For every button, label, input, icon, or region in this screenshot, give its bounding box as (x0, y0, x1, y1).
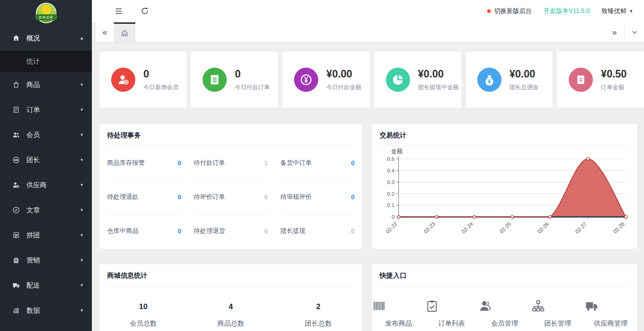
svg-text:0.1: 0.1 (387, 202, 394, 208)
supplier-icon (12, 181, 20, 189)
tabs-menu-icon[interactable] (624, 22, 644, 42)
sidebar-item-goods[interactable]: 商品▼ (0, 72, 92, 97)
pending-item-value[interactable]: 0 (264, 228, 268, 235)
chevron-down-icon: ▼ (80, 107, 84, 112)
status-dot-icon (487, 9, 491, 13)
quick-entry-会员管理[interactable]: 会员管理 (478, 299, 531, 328)
stat-card-text: 0今日付款订单 (235, 68, 270, 91)
sidebar-item-label: 数据 (26, 306, 80, 315)
stat-card-label: 团长总佣金 (510, 83, 539, 91)
gift-icon (12, 256, 20, 264)
trade-stats-title: 交易统计 (372, 124, 637, 146)
clipboard-check-icon (425, 299, 439, 313)
svg-text:0.4: 0.4 (387, 168, 395, 174)
quick-entry-团长管理[interactable]: 团长管理 (531, 299, 584, 328)
sidebar-item-overview[interactable]: 概况▲ (0, 26, 92, 51)
sidebar: 致臻优鲜 概况▲统计商品▼订单▼会员▼团长▼供应商▼文章▼拼拼团▼营销▼配送▼数… (0, 0, 92, 331)
chevron-down-icon: ▼ (80, 183, 84, 187)
truck-icon (584, 299, 637, 313)
sidebar-item-groupon[interactable]: 拼拼团▼ (0, 223, 92, 248)
switch-new-admin-link[interactable]: 切换新版后台 (487, 7, 532, 15)
quick-entry-订单列表[interactable]: 订单列表 (425, 299, 478, 328)
pending-item: 待处理退款0 (107, 180, 181, 214)
stat-card-label: 订单金额 (601, 83, 627, 91)
svg-text:02-28: 02-28 (612, 221, 626, 235)
stat-card-value: ¥0.00 (326, 68, 361, 80)
sidebar-item-label: 营销 (26, 256, 80, 265)
pending-item-label: 待付款订单 (194, 159, 225, 167)
stat-card-text: ¥0.00今日付款金额 (326, 68, 361, 91)
version-link[interactable]: 开发版本V11.5.0 (544, 7, 590, 15)
chevron-down-icon: ▼ (80, 233, 84, 237)
pending-item-value[interactable]: 1 (264, 159, 268, 167)
sidebar-item-marketing[interactable]: 营销▼ (0, 248, 92, 273)
order-doc-icon2 (12, 106, 20, 114)
sidebar-item-label: 概况 (26, 34, 80, 43)
chevron-down-icon: ▼ (80, 208, 84, 212)
user-dropdown[interactable]: 致臻优鲜 ▼ (601, 7, 633, 15)
topbar-right: 切换新版后台 开发版本V11.5.0 致臻优鲜 ▼ (487, 7, 633, 15)
sidebar-item-suppliers[interactable]: 供应商▼ (0, 172, 92, 198)
tab-spacer (135, 22, 605, 42)
pending-item-value[interactable]: 0 (178, 228, 182, 235)
pending-item-value[interactable]: 0 (264, 193, 268, 201)
pie-chart-icon (391, 73, 405, 86)
svg-text:02-27: 02-27 (574, 221, 588, 235)
tab-home[interactable] (114, 22, 135, 42)
sidebar-subitem-stats[interactable]: 统计 (0, 51, 92, 72)
mall-stat-value: 4 (187, 302, 274, 311)
truck-icon (12, 281, 20, 289)
quick-entry-panel: 快捷入口 发布商品订单列表会员管理团长管理供应商管理 (372, 264, 637, 331)
pending-item-value[interactable]: 0 (178, 159, 182, 167)
tabs-scroll-left-icon[interactable]: « (96, 22, 114, 42)
order-doc-icon (208, 73, 221, 86)
sidebar-item-members[interactable]: 会员▼ (0, 122, 92, 147)
app-logo: 致臻优鲜 (0, 0, 92, 26)
pending-item-value[interactable]: 0 (178, 193, 182, 201)
sidebar-item-more[interactable] (0, 323, 92, 331)
quick-entry-title: 快捷入口 (372, 264, 637, 286)
trade-stats-panel: 交易统计 00.10.20.30.40.5金额02-2202-2302-2402… (372, 124, 637, 249)
sidebar-item-label: 配送 (26, 281, 80, 290)
sidebar-item-orders[interactable]: 订单▼ (0, 97, 92, 122)
refresh-icon[interactable] (140, 7, 149, 16)
pending-item: 商品库存报警0 (107, 146, 181, 180)
sidebar-item-data[interactable]: 数据▼ (0, 298, 92, 323)
yen-circle-icon (294, 68, 318, 92)
sidebar-item-label: 拼团 (26, 231, 80, 240)
yen-circle-icon (299, 73, 313, 86)
tabs-scroll-right-icon[interactable]: » (605, 22, 624, 42)
mall-stat-label: 团长总数 (275, 319, 362, 328)
menu-fold-icon[interactable] (114, 7, 123, 16)
quick-entry-label: 供应商管理 (584, 319, 637, 328)
pending-item-value[interactable]: 0 (351, 228, 354, 235)
stat-card: ¥0.00团长提现中金额 (374, 52, 461, 107)
member-add-icon (117, 73, 130, 86)
mall-stat: 10会员总数 (99, 302, 187, 328)
supplier-icon (12, 181, 20, 189)
sidebar-item-leaders[interactable]: 团长▼ (0, 147, 92, 172)
home-icon (12, 34, 20, 42)
order-amount-icon (569, 68, 593, 92)
stat-card-value: ¥0.00 (510, 68, 539, 80)
stat-card: 0今日付款订单 (191, 52, 278, 107)
quick-entry-供应商管理[interactable]: 供应商管理 (584, 299, 637, 328)
sidebar-item-label: 订单 (26, 106, 80, 114)
bar-chart-icon (12, 306, 20, 314)
sidebar-item-articles[interactable]: 文章▼ (0, 198, 92, 223)
mall-stats-panel: 商城信息统计 10会员总数4商品总数2团长总数 (99, 264, 362, 331)
stat-card-value: 0 (235, 68, 270, 80)
sidebar-item-delivery[interactable]: 配送▼ (0, 273, 92, 298)
stat-card: 0今日新增会员 (99, 52, 186, 107)
home-icon (12, 34, 20, 42)
pending-item-value[interactable]: 0 (351, 193, 354, 201)
order-doc-icon (203, 68, 227, 92)
pending-item: 待付款订单1 (194, 146, 268, 180)
pending-item: 备货中订单0 (281, 146, 354, 180)
member-manage-icon (478, 299, 531, 313)
quick-entry-发布商品[interactable]: 发布商品 (372, 299, 425, 328)
money-bag-icon (477, 68, 501, 92)
pending-item-value[interactable]: 0 (351, 159, 354, 167)
stat-card: ¥0.50订单金额 (557, 52, 644, 107)
members-icon (12, 131, 20, 139)
